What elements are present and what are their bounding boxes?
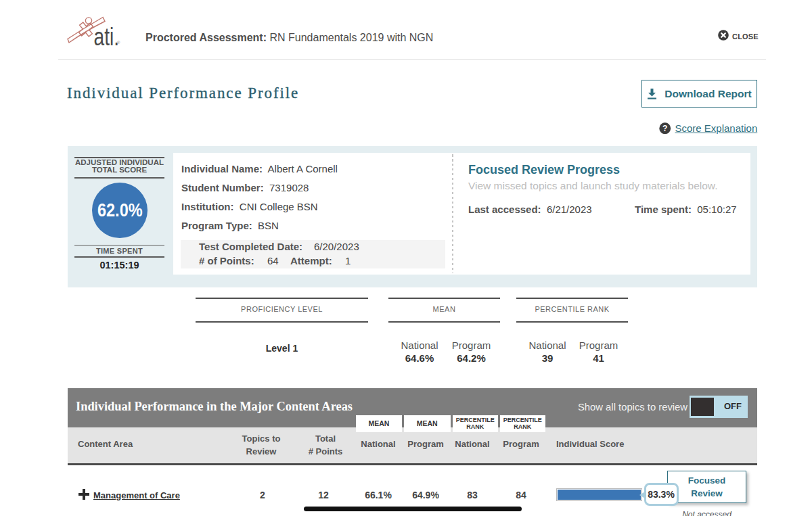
svg-text:®: ® (117, 41, 120, 45)
svg-text:ati.: ati. (94, 22, 120, 47)
svg-text:?: ? (662, 124, 667, 133)
